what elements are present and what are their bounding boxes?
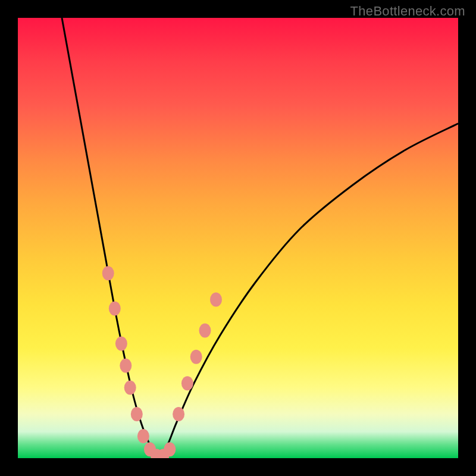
right-curve: [159, 124, 458, 458]
marker-dot: [124, 381, 136, 395]
chart-frame: TheBottleneck.com: [0, 0, 476, 476]
marker-dot: [102, 266, 114, 280]
marker-dot: [164, 442, 176, 456]
marker-dot: [190, 350, 202, 364]
marker-dot: [109, 301, 121, 315]
marker-dot: [210, 293, 222, 307]
plot-svg: [18, 18, 458, 458]
marker-dot: [120, 359, 131, 373]
marker-dot: [137, 429, 149, 443]
marker-dot: [131, 407, 143, 421]
watermark-text: TheBottleneck.com: [350, 4, 465, 19]
left-curve: [62, 18, 159, 458]
marker-dot: [181, 376, 193, 390]
marker-dot: [199, 323, 211, 337]
marker-dot: [173, 407, 184, 421]
marker-dot: [115, 337, 127, 351]
plot-area: [18, 18, 458, 458]
